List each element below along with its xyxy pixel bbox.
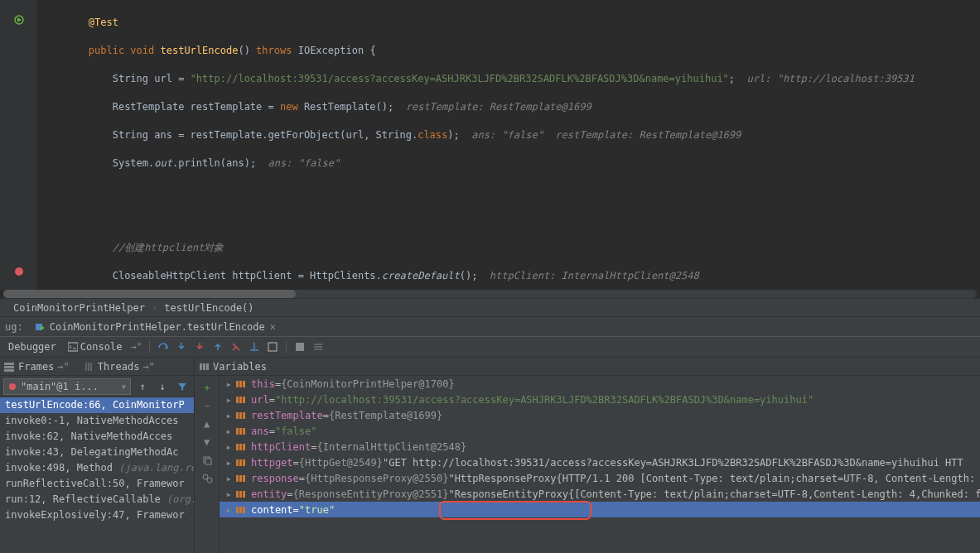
stack-frame[interactable]: invoke:43, DelegatingMethodAc (0, 445, 194, 460)
svg-rect-7 (4, 366, 14, 368)
field-icon (236, 489, 248, 499)
stack-frame[interactable]: invoke:62, NativeMethodAcces (0, 429, 194, 445)
debug-body: Frames →" Threads →" "main"@1 i... ▾ ↑ ↓… (0, 358, 980, 553)
debug-session-tab[interactable]: CoinMonitorPrintHelper.testUrlEncode × (28, 317, 282, 336)
variables-header: Variables (195, 358, 980, 376)
watches-button[interactable] (199, 470, 215, 487)
svg-point-16 (207, 478, 212, 483)
horizontal-scrollbar[interactable] (3, 290, 977, 298)
variables-list[interactable]: ▸this = {CoinMonitorPrintHelper@1700}▸ur… (220, 376, 980, 553)
field-icon (236, 426, 248, 436)
force-step-into-button[interactable] (191, 339, 208, 355)
threads-icon (83, 361, 94, 373)
svg-rect-10 (200, 363, 202, 370)
svg-point-9 (9, 383, 16, 390)
field-icon (236, 505, 248, 515)
step-over-button[interactable] (155, 339, 171, 355)
drop-frame-button[interactable] (228, 339, 244, 355)
expand-icon[interactable]: ▸ (224, 378, 233, 390)
prev-frame-button[interactable]: ↑ (134, 378, 151, 395)
debug-toolbar: Debugger Console →" (0, 336, 980, 358)
chevron-down-icon: ▾ (121, 381, 127, 392)
chevron-right-icon: › (152, 302, 157, 314)
frames-header: Frames →" Threads →" (0, 358, 194, 376)
variable-row[interactable]: ▸response = {HttpResponseProxy@2550} "Ht… (220, 470, 980, 486)
expand-icon[interactable]: ▸ (224, 410, 233, 421)
expand-icon[interactable]: ▸ (224, 457, 233, 469)
stack-frame[interactable]: testUrlEncode:66, CoinMonitorP (0, 397, 194, 413)
variable-row[interactable]: ▸restTemplate = {RestTemplate@1699} (220, 407, 980, 423)
stack-frame[interactable]: run:12, ReflectiveCallable (org.ju (0, 492, 194, 507)
field-icon (236, 395, 248, 405)
up-button[interactable]: ▲ (199, 416, 215, 432)
variable-row[interactable]: ▸entity = {ResponseEntityProxy@2551} "Re… (220, 486, 980, 502)
calculator-button[interactable] (292, 339, 308, 355)
breakpoint-icon[interactable] (13, 266, 25, 277)
expand-icon[interactable]: ▸ (224, 473, 233, 484)
svg-rect-8 (4, 369, 14, 372)
add-watch-button[interactable]: ＋ (199, 379, 215, 396)
svg-point-1 (15, 267, 23, 276)
stack-frame[interactable]: runReflectiveCall:50, Framewor (0, 476, 194, 492)
threads-tab[interactable]: Threads (98, 361, 140, 373)
next-frame-button[interactable]: ↓ (154, 378, 171, 395)
svg-rect-3 (68, 343, 78, 351)
debug-tabbar: ug: CoinMonitorPrintHelper.testUrlEncode… (0, 316, 980, 336)
frames-pane: Frames →" Threads →" "main"@1 i... ▾ ↑ ↓… (0, 358, 195, 553)
variable-row[interactable]: ▸content = "true" (220, 502, 980, 517)
debugger-tab[interactable]: Debugger (3, 341, 61, 353)
evaluate-button[interactable] (264, 339, 281, 355)
variables-toolbar: ＋ － ▲ ▼ (195, 376, 220, 553)
field-icon (236, 458, 248, 468)
step-into-button[interactable] (173, 339, 190, 355)
svg-rect-5 (296, 343, 304, 351)
close-icon[interactable]: × (270, 321, 276, 333)
step-out-button[interactable] (210, 339, 226, 355)
pin-icon[interactable]: →" (128, 341, 143, 353)
expand-icon[interactable]: ▸ (224, 504, 233, 516)
variable-row[interactable]: ▸httpget = {HttpGet@2549} "GET http://lo… (220, 454, 980, 470)
editor-area: @Test public void testUrlEncode() throws… (0, 0, 980, 290)
field-icon (236, 379, 248, 389)
variable-row[interactable]: ▸url = "http://localhost:39531/access?ac… (220, 392, 980, 407)
expand-icon[interactable]: ▸ (224, 488, 233, 500)
field-icon (236, 411, 248, 421)
copy-button[interactable] (199, 452, 215, 469)
variable-row[interactable]: ▸ans = "false" (220, 423, 980, 439)
console-tab[interactable]: Console (63, 339, 128, 355)
variables-icon (198, 361, 210, 373)
code-line: @Test (41, 17, 118, 28)
stack-frame[interactable]: invokeExplosively:47, Framewor (0, 507, 194, 523)
svg-rect-4 (268, 343, 277, 351)
frames-list[interactable]: testUrlEncode:66, CoinMonitorPinvoke0:-1… (0, 397, 194, 553)
expand-icon[interactable]: ▸ (224, 441, 233, 453)
breakpoint-icon (7, 382, 17, 392)
remove-watch-button[interactable]: － (199, 397, 215, 414)
stack-frame[interactable]: invoke:498, Method (java.lang.re (0, 460, 194, 476)
debug-run-icon (35, 321, 46, 333)
variable-row[interactable]: ▸this = {CoinMonitorPrintHelper@1700} (220, 376, 980, 392)
breadcrumb-class[interactable]: CoinMonitorPrintHelper (7, 302, 152, 314)
run-to-cursor-button[interactable] (246, 339, 263, 355)
frames-icon (3, 361, 15, 373)
run-icon[interactable] (13, 14, 25, 26)
console-icon (68, 342, 78, 352)
expand-icon[interactable]: ▸ (224, 426, 233, 437)
thread-selector-row: "main"@1 i... ▾ ↑ ↓ (0, 376, 194, 397)
breadcrumb-method[interactable]: testUrlEncode() (157, 302, 260, 314)
expand-icon[interactable]: ▸ (224, 394, 233, 406)
filter-frames-button[interactable] (174, 378, 191, 395)
field-icon (236, 474, 248, 483)
down-button[interactable]: ▼ (199, 434, 215, 450)
variables-pane: Variables ＋ － ▲ ▼ ▸this = {CoinMonitorPr… (195, 358, 980, 553)
svg-rect-6 (4, 363, 14, 365)
svg-rect-14 (205, 459, 211, 464)
svg-rect-12 (206, 363, 209, 370)
variable-row[interactable]: ▸httpClient = {InternalHttpClient@2548} (220, 439, 980, 454)
breadcrumb: CoinMonitorPrintHelper › testUrlEncode() (0, 298, 980, 316)
field-icon (236, 442, 248, 452)
stack-frame[interactable]: invoke0:-1, NativeMethodAcces (0, 413, 194, 429)
settings-button[interactable] (310, 339, 326, 355)
code-viewport[interactable]: @Test public void testUrlEncode() throws… (37, 0, 980, 290)
thread-dropdown[interactable]: "main"@1 i... ▾ (3, 378, 131, 395)
